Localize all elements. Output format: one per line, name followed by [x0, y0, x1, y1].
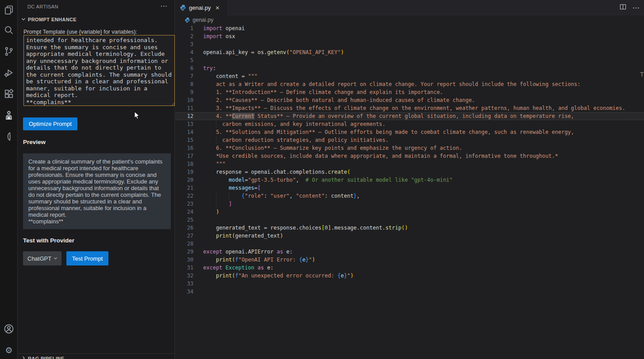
- code-line[interactable]: 13 carbon emissions, and key internation…: [175, 120, 644, 128]
- settings-gear-icon[interactable]: ⚙: [0, 341, 18, 359]
- code-line[interactable]: 24 ): [175, 208, 644, 216]
- secondary-tool-icon[interactable]: [0, 128, 18, 145]
- account-icon[interactable]: [0, 320, 18, 338]
- line-number: 29: [175, 248, 193, 256]
- editor-group: genai.py ✕ ⋯ genai.py 1import openai2imp…: [175, 0, 644, 359]
- line-number: 2: [175, 32, 193, 40]
- line-number: 7: [175, 72, 193, 80]
- split-editor-icon[interactable]: [620, 4, 626, 12]
- code-line[interactable]: 17 *Use credible sources, include data w…: [175, 152, 644, 160]
- code-line[interactable]: 10 2. **Causes** — Describe both natural…: [175, 96, 644, 104]
- source-control-icon[interactable]: [0, 43, 18, 60]
- code-area[interactable]: 1import openai2import osx34openai.api_ke…: [175, 24, 644, 296]
- section-prompt-enhance[interactable]: PROMPT ENHANCE: [21, 16, 77, 23]
- code-line[interactable]: 14 5. **Solutions and Mitigation** — Out…: [175, 128, 644, 136]
- line-number: 14: [175, 128, 193, 136]
- line-number: 17: [175, 152, 193, 160]
- preview-output: Create a clinical summary of the patient…: [23, 153, 171, 229]
- code-line[interactable]: 28: [175, 240, 644, 248]
- tab-label: genai.py: [189, 4, 211, 11]
- extensions-icon[interactable]: [0, 85, 18, 103]
- code-line[interactable]: 27 print(generated_text): [175, 232, 644, 240]
- line-number: 4: [175, 48, 193, 56]
- line-number: 19: [175, 168, 193, 176]
- line-number: 18: [175, 160, 193, 168]
- indent-guide: [216, 200, 216, 208]
- test-prompt-button[interactable]: Test Prompt: [66, 251, 108, 265]
- line-number: 22: [175, 192, 193, 200]
- code-line[interactable]: 33: [175, 280, 644, 288]
- code-line[interactable]: 29except openai.APIError as e:: [175, 248, 644, 256]
- editor-more-icon[interactable]: ⋯: [632, 4, 640, 12]
- line-number: 32: [175, 272, 193, 280]
- code-line[interactable]: 2import osx: [175, 32, 644, 40]
- code-line[interactable]: 34: [175, 288, 644, 296]
- code-line[interactable]: 4openai.api_key = os.getenv("OPENAI_API_…: [175, 48, 644, 56]
- breadcrumb[interactable]: genai.py: [175, 16, 213, 24]
- code-line[interactable]: 15 carbon reduction strategies, and poli…: [175, 136, 644, 144]
- tab-genai-py[interactable]: genai.py ✕: [175, 0, 227, 16]
- code-line[interactable]: 25: [175, 216, 644, 224]
- line-number: 1: [175, 24, 193, 32]
- code-line[interactable]: 6try:: [175, 64, 644, 72]
- scroll-overflow-char: T: [640, 71, 644, 78]
- optimize-prompt-button[interactable]: Optimize Prompt: [23, 117, 77, 130]
- code-line[interactable]: 19 response = openai.chat.completions.cr…: [175, 168, 644, 176]
- code-line[interactable]: 9 1. **Introduction** — Define climate c…: [175, 88, 644, 96]
- code-line[interactable]: 11 3. **Impacts** — Discuss the effects …: [175, 104, 644, 112]
- line-number: 26: [175, 224, 193, 232]
- code-line[interactable]: 31except Exception as e:: [175, 264, 644, 272]
- line-number: 21: [175, 184, 193, 192]
- line-number: 28: [175, 240, 193, 248]
- provider-heading: Test with Provider: [23, 237, 74, 244]
- python-icon: [185, 17, 190, 23]
- chevron-down-icon: [53, 255, 58, 262]
- run-debug-icon[interactable]: [0, 64, 18, 82]
- line-number: 33: [175, 280, 193, 288]
- indent-guide: [216, 120, 216, 128]
- code-line[interactable]: 12 4. **Current Status** — Provide an ov…: [175, 112, 644, 120]
- code-line[interactable]: 22 {"role": "user", "content": content},: [175, 192, 644, 200]
- indent-guide: [229, 192, 229, 200]
- breadcrumb-file[interactable]: genai.py: [193, 17, 213, 23]
- panel-title: DC ARTISAN: [27, 4, 58, 9]
- line-number: 6: [175, 64, 193, 72]
- code-line[interactable]: 8 act as a Writer and create a detailed …: [175, 80, 644, 88]
- code-line[interactable]: 21 messages=[: [175, 184, 644, 192]
- line-number: 10: [175, 96, 193, 104]
- panel-more-icon[interactable]: ⋯: [160, 2, 167, 10]
- code-line[interactable]: 3: [175, 40, 644, 48]
- code-line[interactable]: 5: [175, 56, 644, 64]
- line-number: 3: [175, 40, 193, 48]
- dc-artisan-icon[interactable]: [0, 106, 18, 124]
- tab-bar: genai.py ✕ ⋯: [175, 0, 644, 16]
- code-line[interactable]: 26 generated_text = response.choices[0].…: [175, 224, 644, 232]
- code-line[interactable]: 20 model="gpt-3.5-turbo", # Or another s…: [175, 176, 644, 184]
- indent-guide: [216, 192, 216, 200]
- line-number: 16: [175, 144, 193, 152]
- indent-guide: [216, 256, 216, 264]
- indent-guide: [216, 272, 216, 280]
- line-number: 24: [175, 208, 193, 216]
- chevron-down-icon: [21, 16, 26, 23]
- code-line[interactable]: 7 content = """: [175, 72, 644, 80]
- code-line[interactable]: 16 6. **Conclusion** — Summarize key poi…: [175, 144, 644, 152]
- line-number: 25: [175, 216, 193, 224]
- line-number: 30: [175, 256, 193, 264]
- section-rag-pipeline[interactable]: RAG PIPELINE: [21, 355, 64, 359]
- code-line[interactable]: 23 ]: [175, 200, 644, 208]
- line-number: 15: [175, 136, 193, 144]
- provider-dropdown[interactable]: ChatGPT: [23, 251, 62, 265]
- code-line[interactable]: 32 print(f"An unexpected error occurred:…: [175, 272, 644, 280]
- code-line[interactable]: 1import openai: [175, 24, 644, 32]
- line-number: 13: [175, 120, 193, 128]
- line-number: 12: [175, 112, 193, 120]
- code-line[interactable]: 18 """: [175, 160, 644, 168]
- line-number: 20: [175, 176, 193, 184]
- explorer-icon[interactable]: [0, 1, 18, 19]
- search-icon[interactable]: [0, 21, 18, 39]
- line-number: 34: [175, 288, 193, 296]
- code-line[interactable]: 30 print(f"OpenAI API Error: {e}"): [175, 256, 644, 264]
- tab-close-icon[interactable]: ✕: [215, 5, 220, 11]
- prompt-template-input[interactable]: intended for healthcare professionals. E…: [23, 35, 175, 106]
